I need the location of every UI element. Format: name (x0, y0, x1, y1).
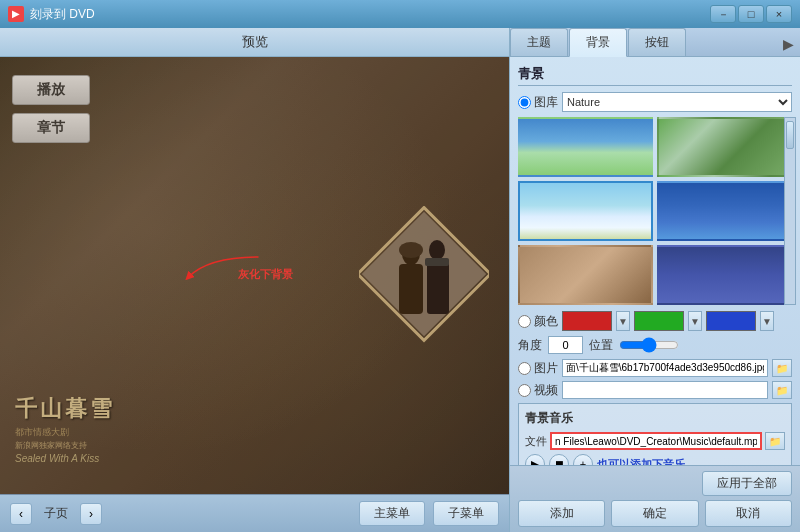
title-sub: 都市情感大剧 (15, 426, 504, 439)
close-button[interactable]: × (766, 5, 792, 23)
video-label: 视频 (534, 382, 558, 399)
svg-rect-1 (362, 211, 486, 335)
file-label: 文件 (525, 434, 547, 449)
image-radio-label: 图片 (518, 360, 558, 377)
main-menu-btn[interactable]: 主菜单 (359, 501, 425, 526)
title-bar: ▶ 刻录到 DVD － □ × (0, 0, 800, 28)
play-btn[interactable]: ▶ (525, 454, 545, 465)
nav-next-btn[interactable]: › (80, 503, 102, 525)
thumb-grid (518, 117, 792, 305)
app-icon: ▶ (8, 6, 24, 22)
color-label: 颜色 (534, 313, 558, 330)
nav-label: 子页 (40, 505, 72, 522)
image-folder-btn[interactable]: 📁 (772, 359, 792, 377)
video-radio[interactable] (518, 384, 531, 397)
thumb-scrollbar[interactable] (784, 117, 796, 305)
bottom-buttons: 添加 确定 取消 (518, 500, 792, 527)
title-main: 千山暮雪 (15, 394, 504, 424)
gallery-radio-label: 图库 (518, 94, 558, 111)
color-swatch-blue[interactable] (706, 311, 756, 331)
section-title: 青景 (518, 65, 792, 86)
angle-label: 角度 (518, 337, 542, 354)
video-row: 视频 📁 (518, 381, 792, 399)
color-dropdown-green[interactable]: ▼ (688, 311, 702, 331)
music-file-row: 文件 📁 (525, 432, 785, 450)
title-italic: Sealed With A Kiss (15, 453, 504, 464)
title-desc: 新浪网独家网络支持 (15, 440, 504, 451)
video-radio-label: 视频 (518, 382, 558, 399)
color-swatch-green[interactable] (634, 311, 684, 331)
svg-rect-6 (427, 259, 449, 314)
svg-point-4 (399, 242, 423, 258)
color-row: 颜色 ▼ ▼ ▼ (518, 311, 792, 331)
pos-slider[interactable] (619, 337, 679, 353)
tabs-row: 主题 背景 按钮 ▶ (510, 28, 800, 57)
music-section-title: 青景音乐 (525, 410, 785, 427)
video-path-input[interactable] (562, 381, 768, 399)
apply-row: 应用于全部 (518, 471, 792, 496)
scrollbar-thumb (786, 121, 794, 149)
gallery-radio[interactable] (518, 96, 531, 109)
ok-btn[interactable]: 确定 (611, 500, 698, 527)
image-row: 图片 📁 (518, 359, 792, 377)
window-controls: － □ × (710, 5, 792, 23)
thumb-sky[interactable] (518, 117, 653, 177)
thumb-extra1[interactable] (518, 245, 653, 305)
tab-arrow[interactable]: ▶ (777, 32, 800, 56)
right-content: 青景 图库 Nature (510, 57, 800, 465)
thumb-forest[interactable] (657, 117, 792, 177)
gallery-label: 图库 (534, 94, 558, 111)
add-btn[interactable]: 添加 (518, 500, 605, 527)
right-panel: 主题 背景 按钮 ▶ 青景 图库 Nature (510, 28, 800, 532)
music-file-input[interactable] (550, 432, 762, 450)
preview-title: 千山暮雪 都市情感大剧 新浪网独家网络支持 Sealed With A Kiss (15, 394, 504, 464)
dvd-preview: 播放 章节 (0, 57, 509, 494)
preview-buttons-area: 播放 章节 (12, 75, 90, 143)
color-dropdown-blue[interactable]: ▼ (760, 311, 774, 331)
thumb-extra2[interactable] (657, 245, 792, 305)
sub-menu-btn[interactable]: 子菜单 (433, 501, 499, 526)
maximize-button[interactable]: □ (738, 5, 764, 23)
tab-button[interactable]: 按钮 (628, 28, 686, 56)
svg-point-5 (429, 240, 445, 260)
angle-row: 角度 位置 (518, 336, 792, 354)
image-path-input[interactable] (562, 359, 768, 377)
music-annotation: 也可以添加下音乐 (597, 457, 685, 466)
preview-area: 播放 章节 (0, 57, 509, 494)
left-panel: 预览 播放 章节 (0, 28, 510, 532)
thumb-beach[interactable] (518, 181, 653, 241)
tab-background[interactable]: 背景 (569, 28, 627, 57)
preview-play-btn[interactable]: 播放 (12, 75, 90, 105)
main-container: 预览 播放 章节 (0, 28, 800, 532)
apply-all-btn[interactable]: 应用于全部 (702, 471, 792, 496)
music-controls: ▶ ⏹ + 也可以添加下音乐 (525, 454, 785, 465)
image-label: 图片 (534, 360, 558, 377)
preview-header: 预览 (0, 28, 509, 57)
color-radio[interactable] (518, 315, 531, 328)
cancel-btn[interactable]: 取消 (705, 500, 792, 527)
pos-label: 位置 (589, 337, 613, 354)
music-folder-btn[interactable]: 📁 (765, 432, 785, 450)
gallery-select[interactable]: Nature (562, 92, 792, 112)
bottom-nav: ‹ 子页 › 主菜单 子菜单 (0, 494, 509, 532)
minimize-button[interactable]: － (710, 5, 736, 23)
preview-chapter-btn[interactable]: 章节 (12, 113, 90, 143)
image-radio[interactable] (518, 362, 531, 375)
tab-theme[interactable]: 主题 (510, 28, 568, 56)
right-bottom: 应用于全部 添加 确定 取消 (510, 465, 800, 532)
music-section: 青景音乐 文件 📁 ▶ ⏹ + 也可以添加下音乐 循环播放 (518, 403, 792, 465)
preview-photo (359, 206, 489, 346)
window-title: 刻录到 DVD (30, 6, 710, 23)
stop-btn[interactable]: ⏹ (549, 454, 569, 465)
svg-rect-3 (399, 264, 423, 314)
color-radio-label: 颜色 (518, 313, 558, 330)
annotation: 灰化下背景 (238, 267, 293, 282)
angle-input[interactable] (548, 336, 583, 354)
music-add-btn[interactable]: + (573, 454, 593, 465)
thumb-sea[interactable] (657, 181, 792, 241)
nav-prev-btn[interactable]: ‹ (10, 503, 32, 525)
gallery-row: 图库 Nature (518, 92, 792, 112)
video-folder-btn[interactable]: 📁 (772, 381, 792, 399)
color-swatch-red[interactable] (562, 311, 612, 331)
color-dropdown-red[interactable]: ▼ (616, 311, 630, 331)
